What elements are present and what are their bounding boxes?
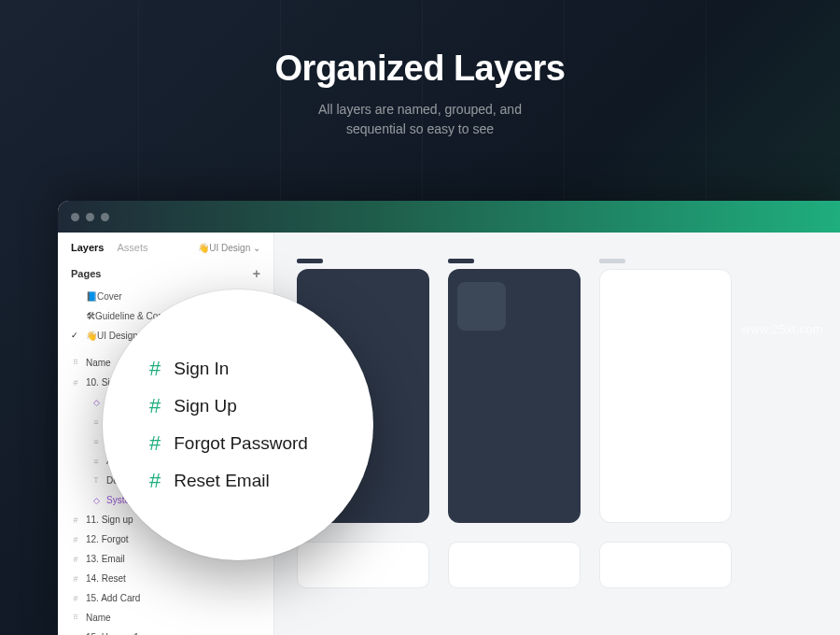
artboard-dark-2[interactable] — [448, 269, 581, 523]
lines-icon — [91, 417, 101, 427]
frame-icon — [71, 594, 80, 603]
hero-subtitle: All layers are named, grouped, andsequen… — [0, 100, 840, 139]
window-titlebar — [58, 201, 840, 233]
layer-row[interactable]: 14. Reset — [65, 569, 266, 588]
frame-icon: # — [149, 357, 161, 381]
artboard-light-1[interactable] — [599, 269, 732, 523]
zoom-layer-item: #Reset Email — [149, 469, 373, 493]
zoom-layer-label: Reset Email — [174, 471, 269, 491]
artboard-small[interactable] — [599, 542, 732, 588]
frame-icon: # — [149, 394, 161, 418]
tab-assets[interactable]: Assets — [117, 242, 147, 253]
frame-label — [448, 259, 474, 263]
layer-label: 13. Email — [86, 554, 125, 564]
comp-icon — [91, 398, 101, 407]
layer-row[interactable]: Name — [65, 608, 266, 628]
watermark: www.25xt.com — [742, 322, 823, 336]
frame-label — [297, 259, 323, 263]
project-dropdown[interactable]: 👋UI Design ⌄ — [198, 243, 260, 253]
layer-row[interactable]: 15. Add Card — [65, 588, 266, 608]
zoom-layer-item: #Sign Up — [149, 394, 373, 418]
text-icon — [91, 476, 101, 486]
comp-icon — [91, 496, 101, 505]
add-page-button[interactable]: + — [253, 266, 260, 281]
zoom-layer-label: Sign In — [174, 359, 229, 379]
dots-icon — [71, 614, 80, 623]
traffic-light-close[interactable] — [71, 213, 79, 221]
traffic-light-minimize[interactable] — [86, 213, 94, 221]
frame-icon: # — [149, 431, 161, 456]
zoom-layer-label: Sign Up — [174, 396, 237, 416]
chevron-down-icon: ⌄ — [253, 243, 260, 253]
frame-icon — [71, 515, 80, 525]
frame-icon: # — [149, 469, 161, 493]
layer-row[interactable]: 15. Home v1 — [65, 628, 266, 635]
traffic-light-zoom[interactable] — [101, 213, 109, 221]
layer-label: Name — [86, 358, 111, 368]
layer-label: 15. Add Card — [86, 593, 140, 603]
zoom-layer-item: #Sign In — [149, 357, 373, 381]
frame-icon — [71, 378, 80, 388]
layer-label: 11. Sign up — [86, 515, 133, 525]
layer-label: 14. Reset — [86, 573, 126, 584]
frame-icon — [71, 555, 80, 564]
tab-layers[interactable]: Layers — [71, 242, 104, 253]
dots-icon — [71, 359, 80, 368]
artboard-small[interactable] — [448, 542, 581, 588]
lines-icon — [91, 437, 101, 446]
lines-icon — [91, 457, 101, 466]
layer-label: 12. Forgot — [86, 534, 129, 544]
frame-icon — [71, 574, 80, 584]
magnifier-overlay: #Sign In#Sign Up#Forgot Password#Reset E… — [103, 289, 373, 560]
pages-label: Pages — [71, 268, 101, 279]
zoom-layer-label: Forgot Password — [174, 433, 308, 454]
placeholder-box — [457, 282, 506, 331]
hero: Organized Layers All layers are named, g… — [0, 0, 840, 139]
frame-label — [599, 259, 625, 263]
hero-title: Organized Layers — [0, 49, 840, 89]
artboard-small[interactable] — [297, 542, 429, 588]
zoom-layer-item: #Forgot Password — [149, 431, 373, 456]
frame-icon — [71, 535, 80, 544]
layer-label: Name — [86, 613, 111, 623]
